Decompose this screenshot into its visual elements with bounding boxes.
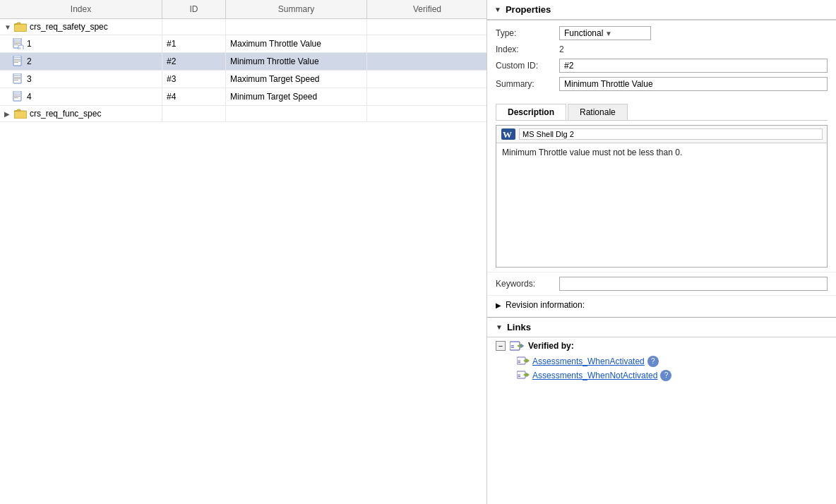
row1-index: 1 [27,39,32,49]
table-row[interactable]: 3 #3 Maximum Target Speed [0,71,486,88]
font-name-input[interactable] [519,128,823,140]
link-item-icon: ≡ [517,371,530,380]
doc-icon: ≡ [13,38,24,49]
group2-verified-cell [367,106,486,121]
svg-rect-23 [14,97,18,98]
row1-verified [367,35,486,52]
group1-name: crs_req_safety_spec [30,22,108,32]
links-section: ▼ Links − ≡ Verified by: [487,317,836,385]
row1-id: #1 [162,35,226,52]
custom-id-label: Custom ID: [496,61,559,71]
group-row-func[interactable]: ▶ crs_req_func_spec [0,106,486,122]
verified-by-icon: ≡ [510,340,524,352]
link-assessments-when-not-activated[interactable]: Assessments_WhenNotActivated [532,371,657,380]
row3-id: #3 [162,71,226,88]
row2-index-cell: 2 [8,53,162,70]
svg-rect-18 [14,80,18,80]
properties-section: Type: Functional ▼ Index: 2 Custom ID: S… [487,20,836,101]
svg-rect-5 [14,43,20,44]
group1-summary-cell [226,19,367,35]
svg-rect-12 [14,61,20,61]
summary-input[interactable] [559,77,828,91]
index-label: Index: [496,44,559,54]
properties-title: Properties [506,4,551,15]
table-row[interactable]: ≡ 1 #1 Maximum Throttle Value [0,35,486,53]
custom-id-input[interactable] [559,59,828,73]
type-dropdown[interactable]: Functional ▼ [559,26,651,40]
link-assessments-when-activated[interactable]: Assessments_WhenActivated [532,356,645,366]
type-row: Type: Functional ▼ [496,26,828,40]
list-item: ≡ Assessments_WhenActivated ? [496,354,828,368]
group2-summary-cell [226,106,367,121]
row2-summary: Minimum Throttle Value [226,53,367,70]
svg-rect-6 [14,44,18,45]
doc-icon [13,73,24,85]
row1-index-cell: ≡ 1 [8,35,162,52]
svg-rect-20 [14,92,20,94]
svg-rect-10 [14,57,20,59]
tabs-bar: Description Rationale [496,104,828,121]
col-header-index: Index [0,0,162,18]
doc-icon [13,56,24,67]
summary-label: Summary: [496,79,559,89]
properties-header: ▼ Properties [487,0,836,20]
revision-row[interactable]: ▶ Revision information: [487,295,836,314]
svg-rect-3 [14,40,20,41]
svg-rect-16 [14,77,20,78]
table-body: ▼ crs_req_safety_spec [0,19,486,504]
svg-rect-22 [14,96,20,97]
svg-rect-21 [14,95,20,95]
chevron-right-icon: ▶ [496,301,501,309]
help-icon[interactable]: ? [660,370,671,381]
type-value: Functional [564,28,605,38]
tab-rationale[interactable]: Rationale [568,104,628,120]
chevron-right-icon: ▶ [4,110,13,118]
group2-name: crs_req_func_spec [30,109,101,119]
row1-summary: Maximum Throttle Value [226,35,367,52]
col-header-verified: Verified [367,0,487,18]
keywords-label: Keywords: [496,279,559,289]
svg-rect-4 [14,42,20,42]
svg-rect-25 [15,112,26,118]
row3-index-cell: 3 [8,71,162,88]
row3-summary: Maximum Target Speed [226,71,367,88]
table-row[interactable]: 2 #2 Minimum Throttle Value [0,53,486,71]
description-content[interactable]: Minimum Throttle value must not be less … [496,143,827,267]
table-header: Index ID Summary Verified [0,0,486,19]
folder-icon [14,22,27,32]
word-icon: W [501,128,516,140]
collapse-verified-button[interactable]: − [496,341,506,351]
svg-rect-1 [15,25,26,31]
row4-verified [367,88,486,105]
row2-id: #2 [162,53,226,70]
dropdown-arrow-icon: ▼ [605,30,646,37]
links-title: Links [507,322,531,332]
right-panel: ▼ Properties Type: Functional ▼ Index: 2… [487,0,836,504]
collapse-icon: ▼ [496,323,503,331]
svg-text:≡: ≡ [518,359,521,365]
group1-id-cell [162,19,226,35]
row4-id: #4 [162,88,226,105]
tab-description[interactable]: Description [496,104,566,120]
row3-index: 3 [27,74,32,84]
row4-index-cell: 4 [8,88,162,105]
verified-by-row: − ≡ Verified by: [496,340,828,352]
svg-text:≡: ≡ [510,343,514,350]
type-label: Type: [496,28,559,38]
group-row-safety[interactable]: ▼ crs_req_safety_spec [0,19,486,35]
group2-id-cell [162,106,226,121]
table-row[interactable]: 4 #4 Minimum Target Speed [0,88,486,106]
svg-text:≡: ≡ [19,46,21,49]
group2-index-cell: ▶ crs_req_func_spec [0,106,162,121]
svg-rect-13 [14,62,18,63]
help-icon[interactable]: ? [647,356,659,367]
chevron-down-icon: ▼ [4,23,13,31]
group-index-cell: ▼ crs_req_safety_spec [0,19,162,35]
collapse-triangle-icon: ▼ [494,6,501,13]
row4-index: 4 [27,92,32,102]
link-item-icon: ≡ [517,356,530,366]
editor-toolbar: W [496,126,827,143]
keywords-input[interactable] [559,277,828,291]
folder-icon [14,109,27,119]
svg-text:W: W [503,129,512,140]
